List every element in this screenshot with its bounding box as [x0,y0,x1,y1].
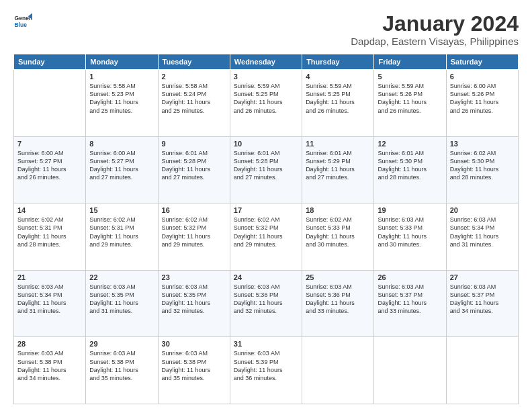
day-number: 30 [162,340,226,348]
header: General Blue January 2024 Dapdap, Easter… [13,12,519,47]
title-block: January 2024 Dapdap, Eastern Visayas, Ph… [351,12,519,47]
day-header-thursday: Thursday [302,54,374,70]
day-number: 18 [306,206,370,214]
day-number: 4 [306,73,370,81]
calendar-cell: 30Sunrise: 6:03 AM Sunset: 5:38 PM Dayli… [158,337,230,404]
calendar-cell [14,70,86,137]
day-info: Sunrise: 5:58 AM Sunset: 5:23 PM Dayligh… [89,82,154,115]
calendar-cell: 15Sunrise: 6:02 AM Sunset: 5:31 PM Dayli… [86,203,158,271]
logo: General Blue [13,12,32,31]
day-number: 7 [17,140,82,148]
calendar-cell: 12Sunrise: 6:01 AM Sunset: 5:30 PM Dayli… [374,136,446,203]
calendar-cell: 11Sunrise: 6:01 AM Sunset: 5:29 PM Dayli… [302,136,374,203]
calendar-cell [374,337,446,404]
day-number: 15 [89,206,154,214]
day-header-saturday: Saturday [446,54,518,70]
day-info: Sunrise: 5:59 AM Sunset: 5:26 PM Dayligh… [378,82,442,115]
day-number: 19 [378,206,442,214]
calendar-cell: 26Sunrise: 6:03 AM Sunset: 5:37 PM Dayli… [374,270,446,337]
calendar-cell: 18Sunrise: 6:02 AM Sunset: 5:33 PM Dayli… [302,203,374,271]
calendar-cell: 4Sunrise: 5:59 AM Sunset: 5:25 PM Daylig… [302,70,374,137]
day-info: Sunrise: 6:00 AM Sunset: 5:27 PM Dayligh… [17,149,82,182]
day-number: 26 [378,273,442,281]
day-number: 10 [234,140,298,148]
day-info: Sunrise: 6:03 AM Sunset: 5:34 PM Dayligh… [450,216,515,248]
day-info: Sunrise: 6:03 AM Sunset: 5:38 PM Dayligh… [89,349,154,382]
day-number: 24 [234,273,298,281]
day-number: 12 [378,140,442,148]
day-number: 11 [306,140,370,148]
day-number: 1 [89,73,154,81]
day-number: 3 [234,73,298,81]
day-number: 25 [306,273,370,281]
calendar-cell: 1Sunrise: 5:58 AM Sunset: 5:23 PM Daylig… [86,70,158,137]
calendar-cell: 20Sunrise: 6:03 AM Sunset: 5:34 PM Dayli… [446,203,518,271]
day-info: Sunrise: 6:02 AM Sunset: 5:33 PM Dayligh… [306,216,370,248]
day-info: Sunrise: 6:00 AM Sunset: 5:26 PM Dayligh… [450,82,515,115]
day-info: Sunrise: 6:02 AM Sunset: 5:30 PM Dayligh… [450,149,515,182]
day-info: Sunrise: 6:01 AM Sunset: 5:28 PM Dayligh… [162,149,226,182]
day-info: Sunrise: 6:03 AM Sunset: 5:36 PM Dayligh… [306,283,370,316]
calendar-cell: 5Sunrise: 5:59 AM Sunset: 5:26 PM Daylig… [374,70,446,137]
day-number: 21 [17,273,82,281]
day-info: Sunrise: 6:03 AM Sunset: 5:37 PM Dayligh… [450,283,515,316]
day-number: 14 [17,206,82,214]
calendar-cell: 27Sunrise: 6:03 AM Sunset: 5:37 PM Dayli… [446,270,518,337]
calendar-cell: 6Sunrise: 6:00 AM Sunset: 5:26 PM Daylig… [446,70,518,137]
day-number: 31 [234,340,298,348]
day-info: Sunrise: 6:02 AM Sunset: 5:31 PM Dayligh… [17,216,82,248]
calendar-cell: 17Sunrise: 6:02 AM Sunset: 5:32 PM Dayli… [230,203,302,271]
day-info: Sunrise: 6:03 AM Sunset: 5:36 PM Dayligh… [234,283,298,316]
calendar-cell: 10Sunrise: 6:01 AM Sunset: 5:28 PM Dayli… [230,136,302,203]
day-info: Sunrise: 6:02 AM Sunset: 5:32 PM Dayligh… [234,216,298,248]
day-info: Sunrise: 6:02 AM Sunset: 5:32 PM Dayligh… [162,216,226,248]
day-number: 17 [234,206,298,214]
day-number: 6 [450,73,515,81]
day-info: Sunrise: 6:03 AM Sunset: 5:35 PM Dayligh… [162,283,226,316]
day-info: Sunrise: 6:00 AM Sunset: 5:27 PM Dayligh… [89,149,154,182]
calendar-table: SundayMondayTuesdayWednesdayThursdayFrid… [13,54,519,404]
day-number: 5 [378,73,442,81]
day-info: Sunrise: 6:03 AM Sunset: 5:33 PM Dayligh… [378,216,442,248]
day-number: 8 [89,140,154,148]
day-info: Sunrise: 6:03 AM Sunset: 5:35 PM Dayligh… [89,283,154,316]
day-info: Sunrise: 6:03 AM Sunset: 5:39 PM Dayligh… [234,349,298,382]
day-info: Sunrise: 6:03 AM Sunset: 5:38 PM Dayligh… [17,349,82,382]
calendar-cell: 8Sunrise: 6:00 AM Sunset: 5:27 PM Daylig… [86,136,158,203]
page: General Blue January 2024 Dapdap, Easter… [0,0,532,411]
calendar-cell: 9Sunrise: 6:01 AM Sunset: 5:28 PM Daylig… [158,136,230,203]
day-header-wednesday: Wednesday [230,54,302,70]
day-info: Sunrise: 5:59 AM Sunset: 5:25 PM Dayligh… [306,82,370,115]
day-info: Sunrise: 5:58 AM Sunset: 5:24 PM Dayligh… [162,82,226,115]
day-info: Sunrise: 6:03 AM Sunset: 5:38 PM Dayligh… [162,349,226,382]
day-header-sunday: Sunday [14,54,86,70]
calendar-cell: 31Sunrise: 6:03 AM Sunset: 5:39 PM Dayli… [230,337,302,404]
subtitle: Dapdap, Eastern Visayas, Philippines [351,36,519,47]
day-header-friday: Friday [374,54,446,70]
day-number: 2 [162,73,226,81]
calendar-cell: 3Sunrise: 5:59 AM Sunset: 5:25 PM Daylig… [230,70,302,137]
calendar-cell: 2Sunrise: 5:58 AM Sunset: 5:24 PM Daylig… [158,70,230,137]
calendar-cell: 21Sunrise: 6:03 AM Sunset: 5:34 PM Dayli… [14,270,86,337]
calendar-cell: 13Sunrise: 6:02 AM Sunset: 5:30 PM Dayli… [446,136,518,203]
day-number: 13 [450,140,515,148]
calendar-cell: 16Sunrise: 6:02 AM Sunset: 5:32 PM Dayli… [158,203,230,271]
day-header-monday: Monday [86,54,158,70]
calendar-cell: 23Sunrise: 6:03 AM Sunset: 5:35 PM Dayli… [158,270,230,337]
day-number: 29 [89,340,154,348]
day-number: 20 [450,206,515,214]
calendar-cell: 22Sunrise: 6:03 AM Sunset: 5:35 PM Dayli… [86,270,158,337]
calendar-cell: 14Sunrise: 6:02 AM Sunset: 5:31 PM Dayli… [14,203,86,271]
day-number: 27 [450,273,515,281]
logo-icon: General Blue [13,12,32,31]
day-info: Sunrise: 5:59 AM Sunset: 5:25 PM Dayligh… [234,82,298,115]
day-info: Sunrise: 6:01 AM Sunset: 5:30 PM Dayligh… [378,149,442,182]
calendar-cell [446,337,518,404]
day-header-tuesday: Tuesday [158,54,230,70]
calendar-cell: 7Sunrise: 6:00 AM Sunset: 5:27 PM Daylig… [14,136,86,203]
svg-text:Blue: Blue [15,21,28,28]
calendar-cell: 29Sunrise: 6:03 AM Sunset: 5:38 PM Dayli… [86,337,158,404]
day-number: 28 [17,340,82,348]
day-number: 22 [89,273,154,281]
calendar-cell: 19Sunrise: 6:03 AM Sunset: 5:33 PM Dayli… [374,203,446,271]
